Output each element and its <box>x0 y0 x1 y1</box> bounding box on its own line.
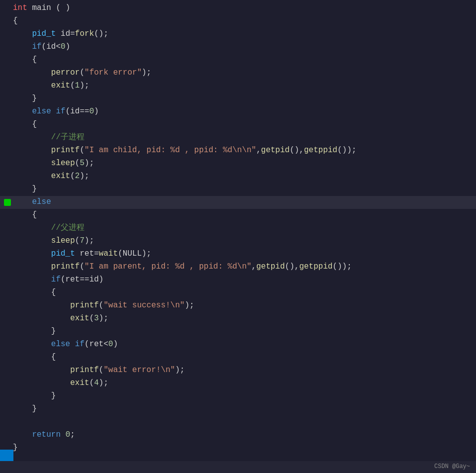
code-text: printf("wait error!\n"); <box>13 364 472 377</box>
token: { <box>32 120 37 129</box>
token: ); <box>79 81 89 90</box>
code-text: exit(3); <box>13 312 472 325</box>
code-line: sleep(7); <box>0 235 476 248</box>
indent-space <box>13 391 51 400</box>
token: ( <box>75 236 80 245</box>
token: ) <box>113 340 118 349</box>
code-line: exit(4); <box>0 377 476 390</box>
indent-space <box>13 340 51 349</box>
indent-space <box>13 107 32 116</box>
code-line: else if(ret<0) <box>0 338 476 351</box>
code-text: } <box>13 442 472 455</box>
no-indicator <box>4 83 11 90</box>
indent-space <box>13 210 32 219</box>
indent-space <box>13 288 51 297</box>
indent-space <box>13 29 32 38</box>
token: } <box>13 443 18 452</box>
code-line: } <box>0 325 476 338</box>
no-indicator <box>4 419 11 426</box>
code-line: exit(2); <box>0 170 476 183</box>
code-line: else if(id==0) <box>0 105 476 118</box>
no-indicator <box>4 289 11 296</box>
no-indicator <box>4 341 11 348</box>
token: ( <box>75 159 80 168</box>
indent-space <box>13 327 51 336</box>
code-text: { <box>13 209 472 222</box>
footer-bar: CSDN @Gay~ <box>0 461 476 473</box>
token <box>27 3 32 12</box>
code-text: sleep(5); <box>13 157 472 170</box>
token: ) <box>66 42 71 51</box>
indent-space <box>13 120 32 129</box>
code-line: //父进程 <box>0 222 476 235</box>
token: else <box>51 340 75 349</box>
token: ret= <box>75 249 99 258</box>
no-indicator <box>4 70 11 77</box>
token: ()); <box>337 146 356 155</box>
token: exit <box>70 378 89 387</box>
code-text: printf("I am child, pid: %d , ppid: %d\n… <box>13 144 472 157</box>
code-text: exit(2); <box>13 170 472 183</box>
token: , <box>251 262 256 271</box>
watermark-text: CSDN @Gay~ <box>434 462 470 472</box>
no-indicator <box>4 238 11 245</box>
no-indicator <box>4 432 11 439</box>
code-line: { <box>0 118 476 131</box>
no-indicator <box>4 5 11 12</box>
indent-space <box>13 223 51 232</box>
code-line: printf("I am child, pid: %d , ppid: %d\n… <box>0 144 476 157</box>
code-line: sleep(5); <box>0 157 476 170</box>
code-text: sleep(7); <box>13 235 472 248</box>
code-line: { <box>0 54 476 67</box>
indent-space <box>13 366 70 375</box>
token: exit <box>51 172 70 181</box>
token: "wait error!\n" <box>103 366 175 375</box>
bottom-tab[interactable] <box>0 450 13 461</box>
token: "fork error" <box>84 68 142 77</box>
bottom-tab-label <box>5 452 8 459</box>
no-indicator <box>4 264 11 271</box>
no-indicator <box>4 212 11 219</box>
code-text: printf("I am parent, pid: %d , ppid: %d\… <box>13 261 472 274</box>
indent-space <box>13 249 51 258</box>
token: if <box>51 275 61 284</box>
code-text: } <box>13 325 472 338</box>
token: 5 <box>79 159 84 168</box>
token: "I am child, pid: %d , ppid: %d\n\n" <box>84 146 256 155</box>
code-line: int main ( ) <box>0 2 476 15</box>
code-text: else <box>13 196 472 209</box>
token: pid_t <box>51 249 75 258</box>
indent-space <box>13 68 51 77</box>
token: if <box>75 340 84 349</box>
code-text: perror("fork error"); <box>13 67 472 80</box>
token: ( <box>79 68 84 77</box>
token: { <box>32 210 37 219</box>
no-indicator <box>4 354 11 361</box>
code-editor: int main ( ){ pid_t id=fork(); if(id<0) … <box>0 0 476 473</box>
code-text: else if(ret<0) <box>13 338 472 351</box>
token: ( <box>79 262 84 271</box>
code-line: pid_t ret=wait(NULL); <box>0 248 476 261</box>
no-indicator <box>4 406 11 413</box>
indent-space <box>13 314 70 323</box>
token: printf <box>70 301 99 310</box>
token: pid_t <box>32 29 56 38</box>
indent-space <box>13 430 32 439</box>
code-text: else if(id==0) <box>13 105 472 118</box>
code-text: exit(1); <box>13 80 472 93</box>
token: printf <box>51 146 80 155</box>
token: ); <box>185 301 194 310</box>
no-indicator <box>4 134 11 141</box>
code-line: if(id<0) <box>0 41 476 54</box>
code-text: } <box>13 390 472 403</box>
code-line: { <box>0 286 476 299</box>
token: ); <box>142 68 151 77</box>
breakpoint-indicator <box>4 199 11 206</box>
code-text: exit(4); <box>13 377 472 390</box>
code-text: if(id<0) <box>13 41 472 54</box>
token: (), <box>285 262 299 271</box>
token: ); <box>99 314 108 323</box>
token: ( ) <box>51 3 70 12</box>
code-line: printf("wait success!\n"); <box>0 299 476 312</box>
token: id= <box>56 29 75 38</box>
